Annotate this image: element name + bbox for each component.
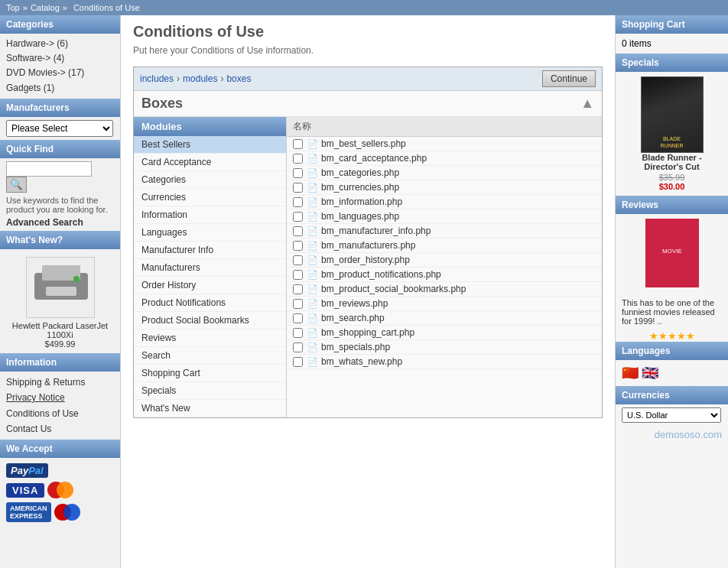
product-name-link[interactable]: Hewlett Packard LaserJet 1100Xi <box>6 321 114 339</box>
file-check[interactable] <box>293 212 303 222</box>
module-product-social[interactable]: Product Social Bookmarks <box>134 312 286 329</box>
category-gadgets[interactable]: Gadgets (1) <box>6 81 114 96</box>
review-product-card: MOVIE <box>616 214 728 295</box>
file-check[interactable] <box>293 299 303 309</box>
file-name: bm_categories.php <box>321 167 399 178</box>
file-row[interactable]: 📄bm_manufacturers.php <box>287 239 602 253</box>
module-reviews[interactable]: Reviews <box>134 329 286 347</box>
file-row[interactable]: 📄bm_order_history.php <box>287 253 602 268</box>
file-browser: includes › modules › boxes Continue Boxe… <box>133 67 603 418</box>
file-row[interactable]: 📄bm_reviews.php <box>287 297 602 311</box>
file-check[interactable] <box>293 328 303 338</box>
module-best-sellers[interactable]: Best Sellers <box>134 136 286 154</box>
file-check[interactable] <box>293 313 303 323</box>
shipping-returns-link[interactable]: Shipping & Returns <box>6 375 114 390</box>
category-hardware[interactable]: Hardware-> (6) <box>6 37 114 51</box>
svg-rect-2 <box>46 287 76 296</box>
module-categories[interactable]: Categories <box>134 171 286 189</box>
module-information[interactable]: Information <box>134 206 286 224</box>
currencies-title: Currencies <box>616 386 728 404</box>
module-order-history[interactable]: Order History <box>134 277 286 294</box>
file-row[interactable]: 📄bm_shopping_cart.php <box>287 326 602 340</box>
module-search[interactable]: Search <box>134 347 286 365</box>
module-shopping-cart[interactable]: Shopping Cart <box>134 365 286 382</box>
blade-runner-new-price: $30.00 <box>622 182 722 191</box>
file-row[interactable]: 📄bm_product_notifications.php <box>287 268 602 282</box>
amex-logo: AMERICANEXPRESS <box>6 502 51 522</box>
we-accept-title: We Accept <box>0 440 120 458</box>
advanced-search-link[interactable]: Advanced Search <box>6 217 83 228</box>
col-name-label: 名称 <box>293 120 311 133</box>
file-row[interactable]: 📄bm_product_social_bookmarks.php <box>287 282 602 297</box>
collapse-icon[interactable]: ▲ <box>580 96 594 112</box>
module-product-notifications[interactable]: Product Notifications <box>134 294 286 312</box>
breadcrumb-catalog[interactable]: Catalog <box>31 3 60 12</box>
conditions-of-use-link[interactable]: Conditions of Use <box>6 406 114 421</box>
review-text: This has to be one of the funniest movie… <box>616 295 728 329</box>
file-row[interactable]: 📄bm_information.php <box>287 195 602 209</box>
file-check[interactable] <box>293 241 303 251</box>
category-software[interactable]: Software-> (4) <box>6 51 114 66</box>
file-check[interactable] <box>293 139 303 149</box>
file-name: bm_languages.php <box>321 211 399 222</box>
path-display: includes › modules › boxes <box>140 73 251 84</box>
module-card-acceptance[interactable]: Card Acceptance <box>134 154 286 171</box>
path-includes[interactable]: includes <box>140 73 174 84</box>
file-row[interactable]: 📄bm_best_sellers.php <box>287 137 602 151</box>
file-check[interactable] <box>293 183 303 193</box>
file-icon: 📄 <box>307 168 318 178</box>
path-boxes[interactable]: boxes <box>226 73 251 84</box>
breadcrumb-current: Conditions of Use <box>73 3 140 12</box>
blade-runner-title: Blade Runner - Director's Cut <box>622 153 722 171</box>
file-check[interactable] <box>293 357 303 367</box>
module-specials[interactable]: Specials <box>134 382 286 400</box>
file-row[interactable]: 📄bm_card_acceptance.php <box>287 151 602 166</box>
contact-us-link[interactable]: Contact Us <box>6 421 114 437</box>
file-icon: 📄 <box>307 284 318 294</box>
module-manufacturer-info[interactable]: Manufacturer Info <box>134 242 286 259</box>
file-check[interactable] <box>293 226 303 236</box>
left-sidebar: Categories Hardware-> (6) Software-> (4)… <box>0 15 121 568</box>
file-row[interactable]: 📄bm_currencies.php <box>287 180 602 195</box>
we-accept-section: PayPal VISA AMERICANEXPRESS <box>0 458 120 527</box>
search-button[interactable]: 🔍 <box>6 177 27 193</box>
file-row[interactable]: 📄bm_manufacturer_info.php <box>287 224 602 239</box>
file-name: bm_specials.php <box>321 342 390 352</box>
file-check[interactable] <box>293 154 303 164</box>
file-row[interactable]: 📄bm_whats_new.php <box>287 355 602 369</box>
flag-uk[interactable]: 🇬🇧 <box>642 365 658 381</box>
file-check[interactable] <box>293 255 303 265</box>
file-check[interactable] <box>293 342 303 352</box>
specials-title: Specials <box>616 54 728 72</box>
file-row[interactable]: 📄bm_specials.php <box>287 340 602 355</box>
file-check[interactable] <box>293 284 303 294</box>
module-currencies[interactable]: Currencies <box>134 189 286 206</box>
main-content: Conditions of Use Put here your Conditio… <box>121 15 615 568</box>
file-check[interactable] <box>293 197 303 207</box>
file-row[interactable]: 📄bm_categories.php <box>287 166 602 180</box>
svg-point-3 <box>73 276 80 282</box>
search-input[interactable] <box>6 161 92 177</box>
manufacturer-dropdown[interactable]: Please Select <box>6 120 113 137</box>
module-manufacturers[interactable]: Manufacturers <box>134 259 286 277</box>
file-check[interactable] <box>293 270 303 280</box>
demososo-label: demososo.com <box>616 426 728 443</box>
file-row[interactable]: 📄bm_languages.php <box>287 209 602 224</box>
currency-dropdown[interactable]: U.S. Dollar <box>622 407 721 423</box>
file-name: bm_whats_new.php <box>321 356 402 367</box>
category-dvd[interactable]: DVD Movies-> (17) <box>6 66 114 80</box>
file-icon: 📄 <box>307 328 318 338</box>
product-price: $499.99 <box>6 339 114 349</box>
privacy-notice-link[interactable]: Privacy Notice <box>6 390 114 405</box>
svg-text:MOVIE: MOVIE <box>662 248 682 255</box>
path-modules[interactable]: modules <box>183 73 217 84</box>
breadcrumb-top[interactable]: Top <box>6 3 20 12</box>
module-languages[interactable]: Languages <box>134 224 286 242</box>
file-check[interactable] <box>293 168 303 178</box>
blade-runner-old-price: $35.99 <box>622 173 722 182</box>
review-product-image: MOVIE <box>645 219 699 287</box>
module-whats-new[interactable]: What's New <box>134 400 286 417</box>
flag-cn[interactable]: 🇨🇳 <box>622 365 639 381</box>
continue-button[interactable]: Continue <box>542 70 596 87</box>
file-row[interactable]: 📄bm_search.php <box>287 311 602 326</box>
